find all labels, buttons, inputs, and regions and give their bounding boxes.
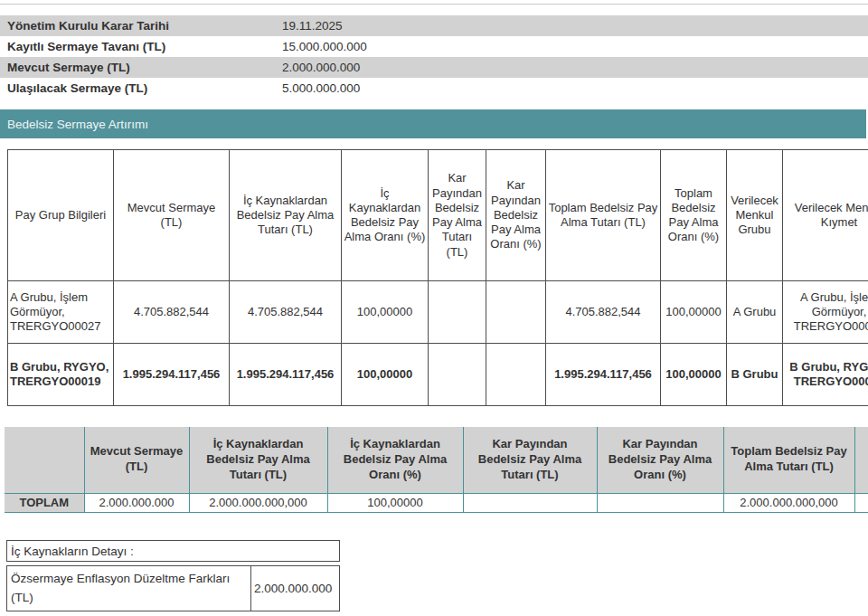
cell-menkul-grubu: A Grubu [727, 281, 783, 344]
totals-header-clipped [854, 427, 868, 493]
cell-toplam-oran: 100,00000 [661, 281, 727, 344]
cell-menkul-kiymet: B Grubu, RYGYO, TRERGYO00019 [783, 344, 868, 406]
totals-header-kar-payi-tutar: Kar Payından Bedelsiz Pay Alma Tutarı (T… [463, 427, 597, 493]
cell-group-info: B Grubu, RYGYO, TRERGYO00019 [8, 344, 114, 406]
info-row-registered-capital-ceiling: Kayıtlı Sermaye Tavanı (TL) 15.000.000.0… [0, 36, 868, 57]
col-header-menkul-grubu: Verilecek Menkul Grubu [727, 150, 783, 281]
totals-toplam-tutar: 2.000.000.000,000 [723, 493, 854, 513]
detail-row: Özsermaye Enflasyon Düzeltme Farkları (T… [6, 565, 340, 611]
totals-clipped-cell [854, 493, 868, 513]
totals-mevcut-sermaye: 2.000.000.000 [84, 493, 189, 513]
cell-menkul-grubu: B Grubu [727, 344, 783, 406]
totals-header-ic-kaynak-oran: İç Kaynaklardan Bedelsiz Pay Alma Oranı … [327, 427, 463, 493]
totals-sum-row: TOPLAM 2.000.000.000 2.000.000.000,000 1… [5, 493, 868, 513]
col-header-kar-payi-oran: Kar Payından Bedelsiz Pay Alma Oranı (%) [486, 150, 546, 281]
section-header-title: Bedelsiz Sermaye Artırımı [7, 118, 148, 131]
share-group-header-row: Pay Grup Bilgileri Mevcut Sermaye (TL) İ… [8, 150, 868, 281]
totals-table: Mevcut Sermaye (TL) İç Kaynaklardan Bede… [5, 427, 868, 513]
cell-menkul-kiymet: A Grubu, İşlem Görmüyor, TRERGYO00027 [783, 281, 868, 344]
cell-toplam-tutar: 4.705.882,544 [546, 281, 661, 344]
share-group-table-wrapper: Pay Grup Bilgileri Mevcut Sermaye (TL) İ… [0, 149, 868, 406]
cell-toplam-tutar: 1.995.294.117,456 [546, 344, 661, 406]
col-header-toplam-oran: Toplam Bedelsiz Pay Alma Oranı (%) [661, 150, 727, 281]
cell-mevcut-sermaye: 4.705.882,544 [114, 281, 230, 344]
info-value: 5.000.000.000 [282, 81, 868, 95]
capital-info-table: Yönetim Kurulu Karar Tarihi 19.11.2025 K… [0, 15, 868, 99]
col-header-toplam-tutar: Toplam Bedelsiz Pay Alma Tutarı (TL) [546, 150, 661, 281]
cell-group-info: A Grubu, İşlem Görmüyor, TRERGYO00027 [8, 281, 114, 344]
cell-kar-payi-oran [486, 281, 546, 344]
info-value: 2.000.000.000 [282, 61, 868, 74]
detail-title-box: İç Kaynakların Detayı : [6, 540, 340, 562]
totals-row-label: TOPLAM [5, 493, 84, 513]
info-value: 19.11.2025 [282, 19, 868, 33]
info-value: 15.000.000.000 [282, 40, 868, 53]
col-header-kar-payi-tutar: Kar Payından Bedelsiz Pay Alma Tutarı (T… [429, 150, 486, 281]
cell-kar-payi-tutar [429, 281, 486, 344]
cell-ic-kaynak-oran: 100,00000 [342, 344, 429, 406]
section-header-bar: Bedelsiz Sermaye Artırımı [0, 109, 866, 138]
top-divider [0, 4, 868, 5]
col-header-ic-kaynak-tutar: İç Kaynaklardan Bedelsiz Pay Alma Tutarı… [230, 150, 342, 281]
totals-ic-kaynak-tutar: 2.000.000.000,000 [189, 493, 327, 513]
totals-header-mevcut-sermaye: Mevcut Sermaye (TL) [84, 427, 189, 493]
info-label: Yönetim Kurulu Karar Tarihi [0, 19, 282, 33]
info-label: Ulaşılacak Sermaye (TL) [0, 81, 282, 95]
detail-row-value: 2.000.000.000 [251, 566, 339, 611]
col-header-ic-kaynak-oran: İç Kaynaklardan Bedelsiz Pay Alma Oranı … [342, 150, 429, 281]
cell-ic-kaynak-tutar: 4.705.882,544 [230, 281, 342, 344]
col-header-mevcut-sermaye: Mevcut Sermaye (TL) [114, 150, 230, 281]
totals-header-empty [5, 427, 84, 493]
cell-kar-payi-oran [486, 344, 546, 406]
internal-sources-detail: İç Kaynakların Detayı : Özsermaye Enflas… [6, 540, 340, 611]
info-row-board-decision-date: Yönetim Kurulu Karar Tarihi 19.11.2025 [0, 15, 868, 36]
cell-kar-payi-tutar [429, 344, 486, 406]
totals-header-row: Mevcut Sermaye (TL) İç Kaynaklardan Bede… [5, 427, 868, 493]
totals-header-ic-kaynak-tutar: İç Kaynaklardan Bedelsiz Pay Alma Tutarı… [189, 427, 327, 493]
totals-kar-payi-oran [597, 493, 723, 513]
totals-table-wrapper: Mevcut Sermaye (TL) İç Kaynaklardan Bede… [0, 427, 868, 513]
cell-mevcut-sermaye: 1.995.294.117,456 [114, 344, 230, 406]
detail-title: İç Kaynakların Detayı : [11, 545, 134, 558]
detail-row-label: Özsermaye Enflasyon Düzeltme Farkları (T… [7, 566, 251, 611]
table-row-a-grubu: A Grubu, İşlem Görmüyor, TRERGYO00027 4.… [8, 281, 868, 344]
share-group-table: Pay Grup Bilgileri Mevcut Sermaye (TL) İ… [7, 149, 868, 406]
cell-ic-kaynak-oran: 100,00000 [342, 281, 429, 344]
totals-header-toplam-tutar: Toplam Bedelsiz Pay Alma Tutarı (TL) [723, 427, 854, 493]
col-header-pay-grup: Pay Grup Bilgileri [8, 150, 114, 281]
info-label: Mevcut Sermaye (TL) [0, 61, 282, 74]
cell-toplam-oran: 100,00000 [661, 344, 727, 406]
info-label: Kayıtlı Sermaye Tavanı (TL) [0, 40, 282, 53]
table-row-b-grubu: B Grubu, RYGYO, TRERGYO00019 1.995.294.1… [8, 344, 868, 406]
totals-kar-payi-tutar [463, 493, 597, 513]
totals-header-kar-payi-oran: Kar Payından Bedelsiz Pay Alma Oranı (%) [597, 427, 723, 493]
info-row-target-capital: Ulaşılacak Sermaye (TL) 5.000.000.000 [0, 78, 868, 99]
col-header-menkul-kiymet: Verilecek Menkul Kıymet [783, 150, 868, 281]
totals-ic-kaynak-oran: 100,00000 [327, 493, 463, 513]
info-row-current-capital: Mevcut Sermaye (TL) 2.000.000.000 [0, 57, 868, 78]
cell-ic-kaynak-tutar: 1.995.294.117,456 [230, 344, 342, 406]
